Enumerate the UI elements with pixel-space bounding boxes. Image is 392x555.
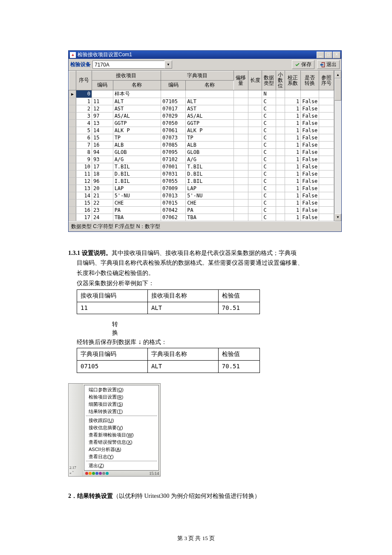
cell-len[interactable] [248, 127, 262, 134]
cell-dec[interactable] [276, 185, 285, 192]
cell-conv[interactable]: False [301, 119, 319, 127]
cell-dt[interactable]: N [262, 90, 276, 98]
cell-dcode[interactable] [161, 90, 185, 98]
cell-fac[interactable]: 1 [285, 148, 301, 156]
cell-conv[interactable]: False [301, 156, 319, 163]
cell-off[interactable] [233, 177, 248, 185]
cell-rcode[interactable]: 94 [92, 148, 113, 156]
cell-len[interactable] [248, 112, 262, 119]
cell-fac[interactable]: 1 [285, 134, 301, 141]
cell-conv[interactable]: False [301, 163, 319, 170]
cell-rname[interactable]: LAP [113, 185, 161, 192]
cell-seq[interactable]: 7 [76, 141, 92, 148]
cell-dcode[interactable]: 07105 [161, 98, 185, 105]
cell-conv[interactable]: False [301, 192, 319, 199]
cell-rcode[interactable]: 93 [92, 156, 113, 163]
col-len[interactable]: 长度 [248, 71, 262, 90]
cell-ref[interactable] [319, 127, 334, 134]
table-row[interactable]: 1017T.BIL07001T.BILC1False [69, 163, 334, 170]
cell-fac[interactable]: 1 [285, 192, 301, 199]
cell-dec[interactable] [276, 163, 285, 170]
cell-dname[interactable]: TP [186, 134, 233, 141]
cell-off[interactable] [233, 112, 248, 119]
cell-fac[interactable]: 1 [285, 112, 301, 119]
cell-rcode[interactable]: 15 [92, 134, 113, 141]
cell-fac[interactable]: 1 [285, 170, 301, 177]
cell-dcode[interactable]: 07042 [161, 206, 185, 214]
cell-fac[interactable]: 1 [285, 119, 301, 127]
cell-dt[interactable]: C [262, 141, 276, 148]
table-row[interactable]: 615TP07073TPC1False [69, 134, 334, 141]
table-row[interactable]: 1296I.BIL07055I.BILC1False [69, 177, 334, 185]
cell-seq[interactable]: 9 [76, 156, 92, 163]
cell-len[interactable] [248, 214, 262, 221]
col-dec[interactable]: 小数位 [276, 71, 285, 90]
cell-ref[interactable] [319, 112, 334, 119]
cell-dt[interactable]: C [262, 192, 276, 199]
cell-rname[interactable]: TP [113, 134, 161, 141]
cell-dec[interactable] [276, 141, 285, 148]
cell-dt[interactable]: C [262, 98, 276, 105]
cell-dt[interactable]: C [262, 214, 276, 221]
cell-off[interactable] [233, 156, 248, 163]
cell-ref[interactable] [319, 177, 334, 185]
cell-seq[interactable]: 16 [76, 206, 92, 214]
cell-seq[interactable]: 13 [76, 185, 92, 192]
cell-dec[interactable] [276, 119, 285, 127]
cell-off[interactable] [233, 127, 248, 134]
cell-rcode[interactable]: 23 [92, 206, 113, 214]
cell-rname[interactable]: ALK P [113, 127, 161, 134]
cell-dt[interactable]: C [262, 119, 276, 127]
cell-off[interactable] [233, 192, 248, 199]
cell-dec[interactable] [276, 192, 285, 199]
cell-len[interactable] [248, 177, 262, 185]
table-row[interactable]: 413GGTP07050GGTPC1False [69, 119, 334, 127]
cell-seq[interactable]: 10 [76, 163, 92, 170]
cell-dname[interactable]: LAP [186, 185, 233, 192]
cell-rname[interactable]: PA [113, 206, 161, 214]
col-ref[interactable]: 参照序号 [319, 71, 334, 90]
cell-dcode[interactable]: 07031 [161, 170, 185, 177]
cell-seq[interactable]: 6 [76, 134, 92, 141]
cell-conv[interactable]: False [301, 185, 319, 192]
minimize-button[interactable]: _ [317, 52, 324, 58]
cell-ref[interactable] [319, 148, 334, 156]
cell-dcode[interactable]: 07055 [161, 177, 185, 185]
cell-ref[interactable] [319, 199, 334, 206]
cell-fac[interactable]: 1 [285, 177, 301, 185]
menu-item[interactable]: ASCII分析器(A) [84, 446, 159, 453]
col-dtype[interactable]: 数据类型 [262, 71, 276, 90]
cell-off[interactable] [233, 105, 248, 112]
cell-dt[interactable]: C [262, 163, 276, 170]
save-button[interactable]: 保存 [292, 60, 314, 69]
cell-dname[interactable] [186, 90, 233, 98]
cell-dt[interactable]: C [262, 206, 276, 214]
cell-ref[interactable] [319, 134, 334, 141]
cell-rcode[interactable]: 12 [92, 105, 113, 112]
cell-conv[interactable]: False [301, 177, 319, 185]
cell-dcode[interactable]: 07017 [161, 105, 185, 112]
cell-fac[interactable]: 1 [285, 105, 301, 112]
cell-rcode[interactable]: 13 [92, 119, 113, 127]
cell-ref[interactable] [319, 98, 334, 105]
cell-fac[interactable]: 1 [285, 156, 301, 163]
cell-conv[interactable] [301, 90, 319, 98]
cell-seq[interactable]: 4 [76, 119, 92, 127]
table-row[interactable]: 397AS/AL07029AS/ALC1False [69, 112, 334, 119]
cell-rname[interactable]: I.BIL [113, 177, 161, 185]
cell-dec[interactable] [276, 98, 285, 105]
menu-item[interactable]: 细菌项目设置(S) [84, 401, 159, 408]
cell-len[interactable] [248, 98, 262, 105]
cell-ref[interactable] [319, 141, 334, 148]
cell-ref[interactable] [319, 156, 334, 163]
cell-conv[interactable]: False [301, 127, 319, 134]
cell-len[interactable] [248, 134, 262, 141]
cell-dt[interactable]: C [262, 156, 276, 163]
cell-dname[interactable]: ALK P [186, 127, 233, 134]
scroll-thumb[interactable] [334, 78, 341, 101]
table-row[interactable]: 1118D.BIL07031D.BILC1False [69, 170, 334, 177]
cell-fac[interactable]: 1 [285, 185, 301, 192]
scroll-up-icon[interactable]: ▲ [334, 71, 341, 78]
cell-rcode[interactable]: 18 [92, 170, 113, 177]
cell-dname[interactable]: T.BIL [186, 163, 233, 170]
